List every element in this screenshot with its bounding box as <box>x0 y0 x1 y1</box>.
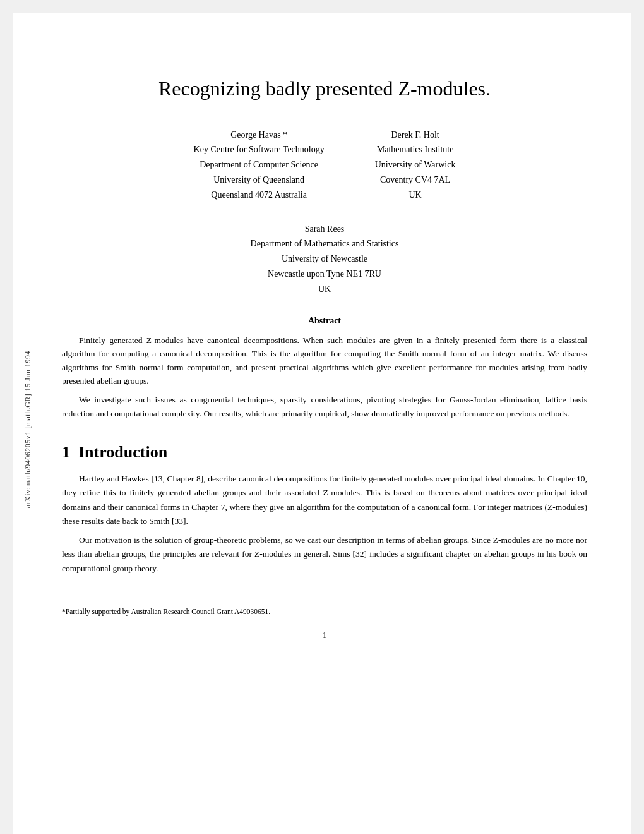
section1-paragraph2: Our motivation is the solution of group-… <box>62 533 587 576</box>
author-center-line2: University of Newcastle <box>62 251 587 267</box>
author-right-line1: Mathematics Institute <box>375 142 456 157</box>
author-right-name: Derek F. Holt <box>375 128 456 143</box>
author-left-line1: Key Centre for Software Technology <box>194 142 325 157</box>
author-right-line4: UK <box>375 188 456 203</box>
author-left: George Havas * Key Centre for Software T… <box>194 128 325 203</box>
author-right: Derek F. Holt Mathematics Institute Univ… <box>375 128 456 203</box>
section1-title: 1 Introduction <box>62 443 587 462</box>
author-left-line2: Department of Computer Science <box>194 157 325 172</box>
author-center: Sarah Rees Department of Mathematics and… <box>62 222 587 297</box>
author-center-line3: Newcastle upon Tyne NE1 7RU <box>62 267 587 282</box>
author-left-line3: University of Queensland <box>194 172 325 188</box>
paper-title: Recognizing badly presented Z-modules. <box>62 76 587 102</box>
author-center-line1: Department of Mathematics and Statistics <box>62 236 587 251</box>
arxiv-label: arXiv:math/9406205v1 [math.GR] 15 Jun 19… <box>23 351 33 508</box>
footnote-text: *Partially supported by Australian Resea… <box>62 607 587 617</box>
author-right-line2: University of Warwick <box>375 157 456 172</box>
abstract-paragraph2: We investigate such issues as congruenti… <box>62 393 587 420</box>
authors-two-column: George Havas * Key Centre for Software T… <box>62 128 587 203</box>
author-right-line3: Coventry CV4 7AL <box>375 172 456 188</box>
section1-paragraph1: Hartley and Hawkes [13, Chapter 8], desc… <box>62 472 587 528</box>
page: arXiv:math/9406205v1 [math.GR] 15 Jun 19… <box>13 13 631 834</box>
abstract-paragraph1: Finitely generated Z-modules have canoni… <box>62 334 587 388</box>
footnote-section: *Partially supported by Australian Resea… <box>62 601 587 617</box>
author-center-name: Sarah Rees <box>62 222 587 237</box>
sidebar: arXiv:math/9406205v1 [math.GR] 15 Jun 19… <box>13 13 43 834</box>
page-number: 1 <box>62 630 587 640</box>
author-center-line4: UK <box>62 282 587 297</box>
author-left-line4: Queensland 4072 Australia <box>194 188 325 203</box>
abstract-title: Abstract <box>62 316 587 326</box>
abstract-section: Abstract Finitely generated Z-modules ha… <box>62 316 587 421</box>
main-content: Recognizing badly presented Z-modules. G… <box>43 13 631 834</box>
author-left-name: George Havas * <box>194 128 325 143</box>
